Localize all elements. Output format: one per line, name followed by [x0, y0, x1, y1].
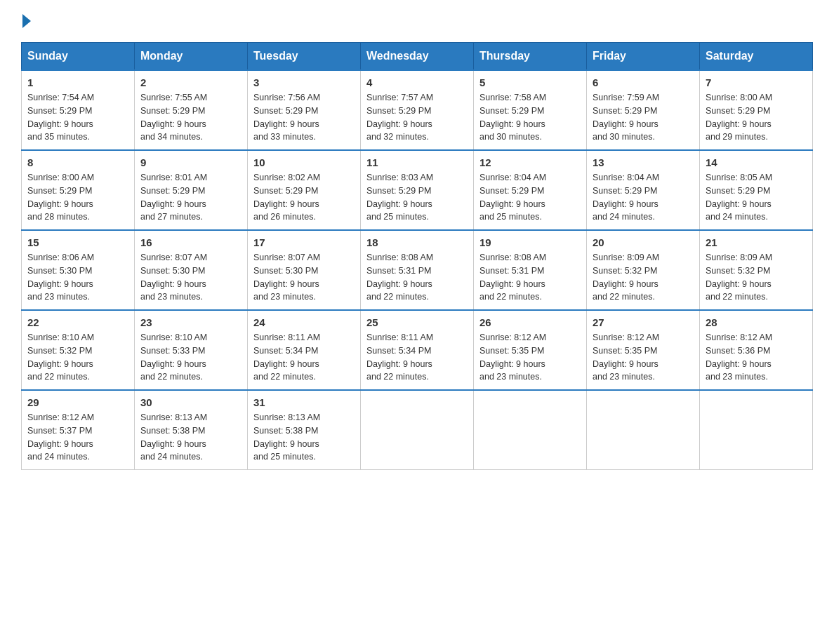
calendar-cell: 29Sunrise: 8:12 AMSunset: 5:37 PMDayligh…: [22, 390, 135, 470]
calendar-cell: 31Sunrise: 8:13 AMSunset: 5:38 PMDayligh…: [248, 390, 361, 470]
calendar-cell: 16Sunrise: 8:07 AMSunset: 5:30 PMDayligh…: [135, 230, 248, 310]
day-info: Sunrise: 8:00 AMSunset: 5:29 PMDaylight:…: [706, 91, 807, 144]
day-number: 11: [366, 156, 468, 168]
weekday-header-saturday: Saturday: [700, 43, 813, 71]
weekday-header-wednesday: Wednesday: [361, 43, 474, 71]
week-row-1: 1Sunrise: 7:54 AMSunset: 5:29 PMDaylight…: [22, 70, 813, 150]
day-number: 22: [27, 316, 128, 328]
day-info: Sunrise: 8:04 AMSunset: 5:29 PMDaylight:…: [479, 171, 581, 224]
day-info: Sunrise: 8:06 AMSunset: 5:30 PMDaylight:…: [27, 251, 128, 304]
day-number: 21: [706, 236, 807, 248]
day-number: 12: [479, 156, 581, 168]
calendar-cell: 1Sunrise: 7:54 AMSunset: 5:29 PMDaylight…: [22, 70, 135, 150]
calendar-cell: 28Sunrise: 8:12 AMSunset: 5:36 PMDayligh…: [700, 310, 813, 390]
day-number: 5: [479, 76, 581, 88]
day-info: Sunrise: 8:12 AMSunset: 5:35 PMDaylight:…: [593, 331, 694, 384]
page-header: [21, 14, 813, 28]
day-number: 25: [366, 316, 468, 328]
day-info: Sunrise: 7:59 AMSunset: 5:29 PMDaylight:…: [593, 91, 694, 144]
calendar-cell: 9Sunrise: 8:01 AMSunset: 5:29 PMDaylight…: [135, 150, 248, 230]
day-number: 23: [140, 316, 241, 328]
calendar-cell: 27Sunrise: 8:12 AMSunset: 5:35 PMDayligh…: [587, 310, 700, 390]
day-info: Sunrise: 7:56 AMSunset: 5:29 PMDaylight:…: [253, 91, 355, 144]
calendar-cell: 23Sunrise: 8:10 AMSunset: 5:33 PMDayligh…: [135, 310, 248, 390]
day-number: 27: [593, 316, 694, 328]
day-number: 10: [253, 156, 355, 168]
logo-arrow-icon: [22, 14, 31, 28]
calendar-table: SundayMondayTuesdayWednesdayThursdayFrid…: [21, 42, 813, 470]
day-info: Sunrise: 8:10 AMSunset: 5:33 PMDaylight:…: [140, 331, 241, 384]
day-number: 28: [706, 316, 807, 328]
day-info: Sunrise: 7:57 AMSunset: 5:29 PMDaylight:…: [366, 91, 468, 144]
calendar-cell: 7Sunrise: 8:00 AMSunset: 5:29 PMDaylight…: [700, 70, 813, 150]
calendar-cell: 12Sunrise: 8:04 AMSunset: 5:29 PMDayligh…: [474, 150, 587, 230]
day-info: Sunrise: 8:07 AMSunset: 5:30 PMDaylight:…: [140, 251, 241, 304]
calendar-cell: 19Sunrise: 8:08 AMSunset: 5:31 PMDayligh…: [474, 230, 587, 310]
day-number: 19: [479, 236, 581, 248]
calendar-cell: 4Sunrise: 7:57 AMSunset: 5:29 PMDaylight…: [361, 70, 474, 150]
day-info: Sunrise: 8:05 AMSunset: 5:29 PMDaylight:…: [706, 171, 807, 224]
day-number: 18: [366, 236, 468, 248]
calendar-cell: 3Sunrise: 7:56 AMSunset: 5:29 PMDaylight…: [248, 70, 361, 150]
day-number: 17: [253, 236, 355, 248]
day-number: 31: [253, 396, 355, 408]
day-number: 29: [27, 396, 128, 408]
day-info: Sunrise: 8:12 AMSunset: 5:37 PMDaylight:…: [27, 411, 128, 464]
day-number: 20: [593, 236, 694, 248]
day-info: Sunrise: 8:00 AMSunset: 5:29 PMDaylight:…: [27, 171, 128, 224]
calendar-cell: 13Sunrise: 8:04 AMSunset: 5:29 PMDayligh…: [587, 150, 700, 230]
day-info: Sunrise: 8:02 AMSunset: 5:29 PMDaylight:…: [253, 171, 355, 224]
week-row-4: 22Sunrise: 8:10 AMSunset: 5:32 PMDayligh…: [22, 310, 813, 390]
calendar-cell: 24Sunrise: 8:11 AMSunset: 5:34 PMDayligh…: [248, 310, 361, 390]
day-number: 4: [366, 76, 468, 88]
day-number: 26: [479, 316, 581, 328]
calendar-cell: 10Sunrise: 8:02 AMSunset: 5:29 PMDayligh…: [248, 150, 361, 230]
day-number: 15: [27, 236, 128, 248]
calendar-cell: 2Sunrise: 7:55 AMSunset: 5:29 PMDaylight…: [135, 70, 248, 150]
week-row-3: 15Sunrise: 8:06 AMSunset: 5:30 PMDayligh…: [22, 230, 813, 310]
day-info: Sunrise: 8:12 AMSunset: 5:36 PMDaylight:…: [706, 331, 807, 384]
day-info: Sunrise: 8:13 AMSunset: 5:38 PMDaylight:…: [253, 411, 355, 464]
day-info: Sunrise: 8:07 AMSunset: 5:30 PMDaylight:…: [253, 251, 355, 304]
weekday-header-thursday: Thursday: [474, 43, 587, 71]
day-info: Sunrise: 8:08 AMSunset: 5:31 PMDaylight:…: [366, 251, 468, 304]
day-number: 7: [706, 76, 807, 88]
calendar-cell: 8Sunrise: 8:00 AMSunset: 5:29 PMDaylight…: [22, 150, 135, 230]
calendar-cell: 25Sunrise: 8:11 AMSunset: 5:34 PMDayligh…: [361, 310, 474, 390]
day-info: Sunrise: 8:04 AMSunset: 5:29 PMDaylight:…: [593, 171, 694, 224]
day-number: 3: [253, 76, 355, 88]
day-number: 9: [140, 156, 241, 168]
day-info: Sunrise: 8:03 AMSunset: 5:29 PMDaylight:…: [366, 171, 468, 224]
day-info: Sunrise: 8:09 AMSunset: 5:32 PMDaylight:…: [706, 251, 807, 304]
day-number: 30: [140, 396, 241, 408]
day-info: Sunrise: 8:10 AMSunset: 5:32 PMDaylight:…: [27, 331, 128, 384]
day-info: Sunrise: 8:12 AMSunset: 5:35 PMDaylight:…: [479, 331, 581, 384]
logo: [21, 14, 31, 28]
day-info: Sunrise: 7:58 AMSunset: 5:29 PMDaylight:…: [479, 91, 581, 144]
day-info: Sunrise: 7:55 AMSunset: 5:29 PMDaylight:…: [140, 91, 241, 144]
calendar-cell: 20Sunrise: 8:09 AMSunset: 5:32 PMDayligh…: [587, 230, 700, 310]
calendar-cell: 30Sunrise: 8:13 AMSunset: 5:38 PMDayligh…: [135, 390, 248, 470]
calendar-cell: 14Sunrise: 8:05 AMSunset: 5:29 PMDayligh…: [700, 150, 813, 230]
day-number: 24: [253, 316, 355, 328]
day-info: Sunrise: 8:13 AMSunset: 5:38 PMDaylight:…: [140, 411, 241, 464]
calendar-cell: 21Sunrise: 8:09 AMSunset: 5:32 PMDayligh…: [700, 230, 813, 310]
weekday-header-monday: Monday: [135, 43, 248, 71]
day-info: Sunrise: 7:54 AMSunset: 5:29 PMDaylight:…: [27, 91, 128, 144]
calendar-cell: [587, 390, 700, 470]
calendar-cell: 6Sunrise: 7:59 AMSunset: 5:29 PMDaylight…: [587, 70, 700, 150]
calendar-cell: 15Sunrise: 8:06 AMSunset: 5:30 PMDayligh…: [22, 230, 135, 310]
day-number: 1: [27, 76, 128, 88]
day-number: 6: [593, 76, 694, 88]
calendar-cell: 11Sunrise: 8:03 AMSunset: 5:29 PMDayligh…: [361, 150, 474, 230]
calendar-cell: [700, 390, 813, 470]
day-number: 2: [140, 76, 241, 88]
day-info: Sunrise: 8:11 AMSunset: 5:34 PMDaylight:…: [253, 331, 355, 384]
weekday-header-tuesday: Tuesday: [248, 43, 361, 71]
day-info: Sunrise: 8:09 AMSunset: 5:32 PMDaylight:…: [593, 251, 694, 304]
calendar-cell: [474, 390, 587, 470]
calendar-cell: 17Sunrise: 8:07 AMSunset: 5:30 PMDayligh…: [248, 230, 361, 310]
weekday-header-sunday: Sunday: [22, 43, 135, 71]
week-row-2: 8Sunrise: 8:00 AMSunset: 5:29 PMDaylight…: [22, 150, 813, 230]
day-info: Sunrise: 8:11 AMSunset: 5:34 PMDaylight:…: [366, 331, 468, 384]
